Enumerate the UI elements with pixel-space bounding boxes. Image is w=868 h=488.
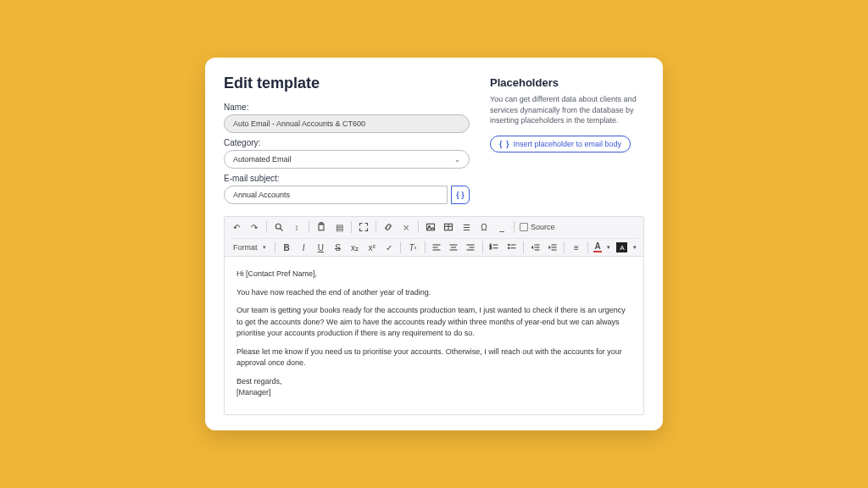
svg-point-0 — [275, 225, 281, 230]
format-select[interactable]: Format ▾ — [230, 243, 270, 252]
redo-icon[interactable]: ↷ — [248, 220, 261, 234]
separator — [564, 241, 565, 253]
separator — [275, 241, 275, 253]
indent-icon[interactable]: ▤ — [332, 220, 346, 234]
separator — [523, 241, 524, 253]
body-paragraph: You have now reached the end of another … — [236, 287, 632, 299]
edit-template-card: Edit template Name: Category: Automated … — [205, 58, 663, 430]
chevron-down-icon[interactable]: ▾ — [632, 241, 638, 254]
source-button[interactable]: Source — [520, 223, 555, 231]
subject-label: E-mail subject: — [224, 174, 470, 183]
body-greeting: Hi [Contact Pref Name], — [236, 269, 632, 280]
hr-icon[interactable]: ☰ — [459, 220, 473, 234]
separator — [266, 221, 267, 233]
svg-rect-4 — [427, 225, 435, 231]
special-char-icon[interactable]: Ω — [477, 220, 491, 234]
align-right-icon[interactable] — [465, 241, 477, 254]
placeholders-column: Placeholders You can get different data … — [490, 75, 644, 204]
braces-icon: { } — [499, 140, 510, 148]
svg-point-24 — [508, 247, 509, 249]
separator — [418, 221, 419, 233]
editor-toolbar: ↶ ↷ ↕ ▤ ⤫ ☰ Ω ⎯ Source — [225, 217, 643, 257]
spellcheck-icon[interactable]: ✓ — [382, 241, 395, 254]
separator — [482, 241, 483, 253]
separator — [400, 241, 401, 253]
insert-placeholder-subject-button[interactable]: { } — [451, 186, 470, 204]
subscript-icon[interactable]: x₂ — [348, 241, 361, 254]
separator — [309, 221, 309, 233]
rich-text-editor: ↶ ↷ ↕ ▤ ⤫ ☰ Ω ⎯ Source — [224, 216, 644, 415]
page-break-icon[interactable]: ⎯ — [495, 220, 509, 234]
underline-icon[interactable]: U — [314, 241, 327, 254]
paste-icon[interactable] — [314, 220, 328, 234]
replace-icon[interactable]: ↕ — [290, 220, 303, 234]
background-color-icon[interactable]: A — [616, 242, 627, 252]
align-left-icon[interactable] — [431, 241, 443, 254]
separator — [587, 241, 588, 253]
name-input[interactable] — [224, 114, 470, 133]
form-column: Edit template Name: Category: Automated … — [224, 75, 470, 204]
separator — [351, 221, 352, 233]
bold-icon[interactable]: B — [280, 241, 292, 254]
align-center-icon[interactable] — [448, 241, 460, 254]
body-signoff: Best regards, — [236, 376, 632, 388]
text-color-icon[interactable]: A — [593, 242, 601, 252]
separator — [376, 221, 376, 233]
insert-placeholder-label: Insert placeholder to email body — [514, 140, 622, 148]
bullet-list-icon[interactable] — [505, 241, 518, 254]
indent-right-icon[interactable] — [546, 241, 559, 254]
chevron-down-icon: ⌄ — [454, 156, 460, 164]
link-icon[interactable] — [381, 220, 395, 234]
separator — [514, 221, 515, 233]
superscript-icon[interactable]: x² — [365, 241, 378, 254]
image-icon[interactable] — [424, 220, 437, 234]
document-icon — [520, 223, 528, 231]
email-body-editor[interactable]: Hi [Contact Pref Name], You have now rea… — [225, 257, 643, 414]
page-title: Edit template — [224, 75, 470, 92]
outdent-icon[interactable] — [529, 241, 542, 254]
braces-icon: { } — [456, 191, 465, 199]
body-signoff: [Manager] — [236, 387, 632, 399]
placeholders-description: You can get different data about clients… — [490, 94, 644, 126]
insert-placeholder-body-button[interactable]: { } Insert placeholder to email body — [490, 136, 631, 152]
chevron-down-icon[interactable]: ▾ — [606, 241, 613, 254]
svg-text:2: 2 — [490, 247, 492, 251]
category-value: Automated Email — [233, 155, 292, 164]
category-label: Category: — [224, 138, 470, 147]
separator — [425, 241, 426, 253]
subject-input[interactable] — [224, 186, 448, 204]
category-select[interactable]: Automated Email ⌄ — [224, 150, 470, 169]
name-label: Name: — [224, 103, 470, 112]
undo-icon[interactable]: ↶ — [230, 220, 243, 234]
remove-format-icon[interactable]: Tx — [406, 241, 419, 254]
unlink-icon[interactable]: ⤫ — [399, 220, 413, 234]
table-icon[interactable] — [442, 220, 455, 234]
chevron-down-icon: ▾ — [263, 244, 266, 251]
maximize-icon[interactable] — [357, 220, 370, 234]
placeholders-title: Placeholders — [490, 76, 644, 89]
numbered-list-icon[interactable]: 12 — [488, 241, 501, 254]
svg-line-1 — [281, 229, 283, 231]
italic-icon[interactable]: I — [298, 241, 310, 254]
line-height-icon[interactable]: ≡ — [570, 241, 582, 254]
svg-point-22 — [508, 245, 509, 247]
strike-icon[interactable]: S — [331, 241, 344, 254]
body-paragraph: Please let me know if you need us to pri… — [236, 347, 632, 369]
search-icon[interactable] — [272, 220, 286, 234]
body-paragraph: Our team is getting your books ready for… — [236, 305, 632, 340]
